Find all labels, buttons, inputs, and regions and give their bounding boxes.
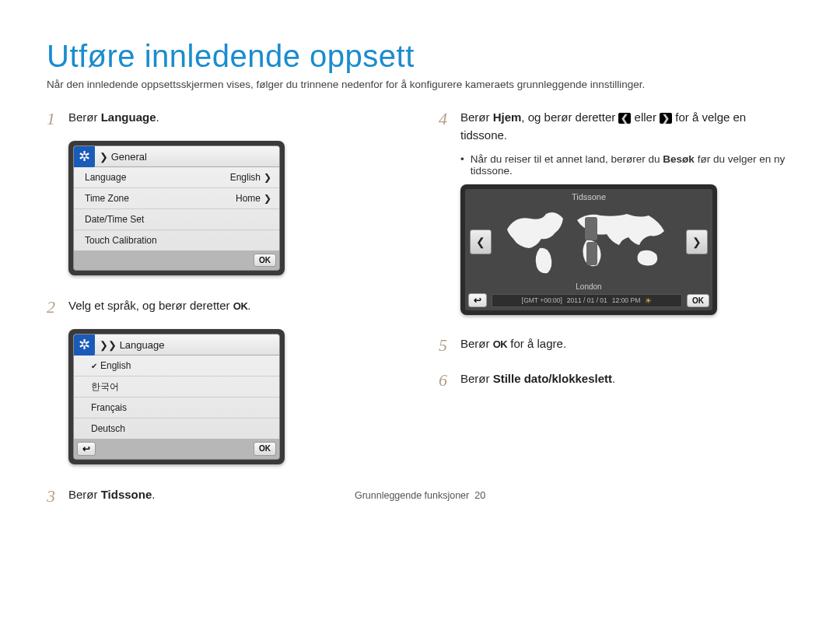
right-chevron-icon: ❯	[660, 113, 672, 124]
language-option-english[interactable]: ✔English	[74, 356, 279, 377]
step-text: Berør	[460, 372, 493, 385]
step-4: 4 Berør Hjem, og berør deretter ❮ eller …	[439, 106, 793, 144]
screen-language: ✲ ❯❯ Language ✔English 한국어 Français	[68, 329, 285, 464]
step-number: 6	[439, 367, 453, 393]
step-text: Berør	[68, 110, 101, 124]
page-footer: Grunnleggende funksjoner 20	[0, 490, 840, 501]
svg-rect-1	[585, 217, 597, 240]
screen-header-text: General	[111, 151, 147, 163]
timezone-city: London	[465, 282, 712, 291]
screen-timezone: Tidssone ❮	[460, 184, 717, 315]
ok-button[interactable]: OK	[254, 254, 276, 267]
step-number: 4	[439, 106, 453, 144]
menu-item-touch-calibration[interactable]: Touch Calibration	[74, 230, 279, 250]
ok-glyph-icon: OK	[493, 337, 508, 352]
gear-icon: ✲	[73, 334, 95, 356]
menu-item-datetime[interactable]: Date/Time Set	[74, 209, 279, 230]
step-strong: Language	[101, 110, 156, 124]
step-1: 1 Berør Language.	[47, 106, 401, 131]
back-button[interactable]: ↩	[468, 293, 487, 307]
step-2: 2 Velg et språk, og berør deretter OK.	[47, 294, 401, 320]
timezone-info: [GMT +00:00] 2011 / 01 / 01 12:00 PM ☀	[492, 294, 682, 307]
back-button[interactable]: ↩	[77, 442, 96, 456]
step-strong: Stille dato/klokkeslett	[493, 372, 612, 385]
step-text: Velg et språk, og berør deretter	[68, 299, 233, 312]
step-strong: Hjem	[493, 110, 522, 124]
page-title: Utføre innledende oppsett	[47, 39, 793, 74]
svg-rect-2	[586, 242, 597, 265]
step-number: 5	[439, 332, 453, 358]
left-chevron-icon: ❮	[618, 113, 631, 124]
step-6: 6 Berør Stille dato/klokkeslett.	[439, 367, 793, 393]
menu-item-timezone[interactable]: Time Zone Home❯	[74, 188, 279, 209]
language-option-french[interactable]: Français	[74, 398, 279, 419]
step-number: 1	[47, 106, 61, 131]
intro-text: Når den innledende oppsettsskjermen vise…	[47, 79, 793, 90]
step-text: Berør	[460, 110, 493, 124]
gear-icon: ✲	[73, 145, 95, 167]
step-text: Berør	[460, 337, 493, 350]
timezone-next-button[interactable]: ❯	[686, 229, 708, 254]
screen-general: ✲ ❯ General Language English❯ Time Zone …	[68, 141, 285, 275]
step-5: 5 Berør OK for å lagre.	[439, 332, 793, 358]
chevron-right-icon: ❯	[264, 193, 271, 204]
ok-button[interactable]: OK	[687, 294, 709, 307]
language-option-korean[interactable]: 한국어	[74, 377, 279, 398]
step-number: 2	[47, 294, 61, 320]
check-icon: ✔	[91, 362, 97, 370]
sun-icon: ☀	[645, 296, 652, 305]
language-option-german[interactable]: Deutsch	[74, 419, 279, 439]
menu-item-language[interactable]: Language English❯	[74, 167, 279, 188]
timezone-title: Tidssone	[465, 192, 712, 201]
chevron-right-icon: ❯	[264, 172, 271, 183]
ok-button[interactable]: OK	[254, 442, 276, 456]
step-4-note: Når du reiser til et annet land, berører…	[460, 153, 793, 177]
header-chevron-icon: ❯	[100, 151, 108, 163]
timezone-prev-button[interactable]: ❮	[470, 229, 492, 254]
screen-header-text: Language	[120, 339, 165, 351]
world-map-icon	[499, 206, 678, 278]
header-chevron-icon: ❯❯	[100, 339, 117, 351]
ok-glyph-icon: OK	[233, 299, 248, 314]
